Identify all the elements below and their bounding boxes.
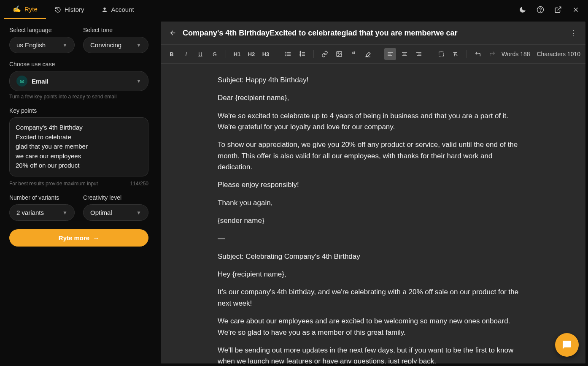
language-value: us English <box>16 41 46 49</box>
editor-paragraph[interactable]: Hey {recipient name}, <box>218 269 529 280</box>
document-title: Company's 4th BirthdayExcited to celebra… <box>183 29 564 38</box>
editor-paragraph[interactable]: — <box>218 233 529 244</box>
editor-paragraph[interactable]: Dear {recipient name}, <box>218 92 529 103</box>
variants-label: Number of variants <box>9 194 75 201</box>
nav-tab-label: History <box>65 6 84 13</box>
tone-select[interactable]: Convincing ▼ <box>83 37 148 53</box>
usecase-value: Email <box>32 78 49 85</box>
ryte-icon: ✍️ <box>13 5 21 13</box>
svg-rect-31 <box>439 52 444 57</box>
strikethrough-button[interactable]: S <box>209 48 221 60</box>
nav-tab-history[interactable]: History <box>46 0 93 19</box>
moon-icon[interactable] <box>519 6 526 14</box>
h3-button[interactable]: H3 <box>260 48 272 60</box>
align-left-button[interactable] <box>384 48 396 60</box>
history-icon <box>54 6 61 13</box>
underline-button[interactable]: U <box>194 48 206 60</box>
editor-paragraph[interactable]: Subject: Celebrating Company's 4th Birth… <box>218 251 529 262</box>
editor-content[interactable]: Subject: Happy 4th Birthday!Dear {recipi… <box>161 64 585 363</box>
char-count: Characters 1010 <box>537 51 580 57</box>
svg-point-11 <box>286 54 286 54</box>
chevron-down-icon: ▼ <box>136 78 141 84</box>
person-icon <box>101 6 108 13</box>
italic-button[interactable]: I <box>180 48 192 60</box>
svg-point-10 <box>286 52 286 52</box>
editor-paragraph[interactable]: To show our appreciation, we give you 20… <box>218 139 529 173</box>
variants-select[interactable]: 2 variants ▼ <box>9 204 75 221</box>
align-center-button[interactable] <box>399 48 410 60</box>
nav-tab-account[interactable]: Account <box>93 0 143 19</box>
editor-toolbar: B I U S H1 H2 H3 123 ❝ <box>161 45 585 64</box>
keypoints-counter: 114/250 <box>130 181 148 187</box>
editor-paragraph[interactable]: It's our company's 4th birthday, and we'… <box>218 287 529 309</box>
editor-panel: Company's 4th BirthdayExcited to celebra… <box>161 22 585 363</box>
editor-paragraph[interactable]: We care about our employees and are exci… <box>218 316 529 338</box>
link-button[interactable] <box>319 48 331 60</box>
top-nav: ✍️ Ryte History Account <box>0 0 588 19</box>
tone-value: Convincing <box>90 41 121 49</box>
editor-paragraph[interactable]: Thank you again, <box>218 198 529 209</box>
h2-button[interactable]: H2 <box>245 48 257 60</box>
undo-button[interactable] <box>472 48 484 60</box>
highlight-button[interactable] <box>362 48 374 60</box>
keypoints-label: Key points <box>9 107 148 114</box>
language-select[interactable]: us English ▼ <box>9 37 75 53</box>
h1-button[interactable]: H1 <box>231 48 243 60</box>
nav-tab-ryte[interactable]: ✍️ Ryte <box>4 0 46 19</box>
keypoints-hint: For best results provide maximum input <box>9 181 98 187</box>
variants-value: 2 variants <box>16 209 44 216</box>
chat-fab[interactable] <box>555 333 579 357</box>
creativity-label: Creativity level <box>83 194 148 201</box>
back-arrow-icon[interactable] <box>169 29 177 37</box>
help-icon[interactable] <box>537 6 544 14</box>
creativity-value: Optimal <box>90 209 112 216</box>
nav-tab-label: Ryte <box>24 5 38 13</box>
open-external-icon[interactable] <box>554 6 562 14</box>
editor-paragraph[interactable]: We'll be sending out more updates in the… <box>218 345 529 363</box>
sidebar: Select language us English ▼ Select tone… <box>0 19 158 366</box>
editor-paragraph[interactable]: Please enjoy responsibly! <box>218 179 529 190</box>
svg-text:3: 3 <box>300 54 301 57</box>
svg-point-0 <box>103 7 105 9</box>
redo-button[interactable] <box>486 48 498 60</box>
usecase-hint: Turn a few key points into a ready to se… <box>9 94 148 100</box>
usecase-select[interactable]: ✉ Email ▼ <box>9 71 148 91</box>
nav-tab-label: Account <box>111 6 134 13</box>
keypoints-input[interactable] <box>9 117 148 176</box>
align-right-button[interactable] <box>413 48 425 60</box>
clear-format-button[interactable] <box>450 48 461 60</box>
more-vertical-icon[interactable]: ⋮ <box>569 28 577 38</box>
editor-paragraph[interactable]: Subject: Happy 4th Birthday! <box>218 75 529 86</box>
ordered-list-button[interactable]: 123 <box>297 48 308 60</box>
email-icon: ✉ <box>16 76 27 87</box>
usecase-label: Choose use case <box>9 61 148 68</box>
close-icon[interactable] <box>572 6 580 14</box>
bullet-list-button[interactable] <box>282 48 294 60</box>
expand-button[interactable] <box>435 48 447 60</box>
chevron-down-icon: ▼ <box>136 42 141 48</box>
svg-point-12 <box>286 55 286 56</box>
editor-paragraph[interactable]: {sender name} <box>218 215 529 226</box>
arrow-right-icon: → <box>93 234 99 241</box>
word-count: Words 188 <box>502 51 530 57</box>
ryte-button-label: Ryte more <box>59 234 89 241</box>
chevron-down-icon: ▼ <box>62 210 67 216</box>
ryte-more-button[interactable]: Ryte more → <box>9 229 148 247</box>
svg-point-20 <box>338 53 339 54</box>
bold-button[interactable]: B <box>166 48 178 60</box>
creativity-select[interactable]: Optimal ▼ <box>83 204 148 221</box>
chevron-down-icon: ▼ <box>62 42 67 48</box>
svg-line-3 <box>558 7 561 10</box>
chevron-down-icon: ▼ <box>136 210 141 216</box>
tone-label: Select tone <box>83 27 148 33</box>
svg-point-2 <box>540 11 541 11</box>
editor-paragraph[interactable]: We're so excited to celebrate up to 4 ye… <box>218 111 529 133</box>
quote-button[interactable]: ❝ <box>348 48 359 60</box>
image-button[interactable] <box>333 48 345 60</box>
language-label: Select language <box>9 27 75 33</box>
